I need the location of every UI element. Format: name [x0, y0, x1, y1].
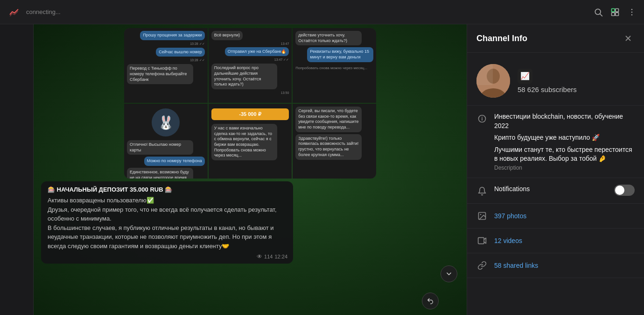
cs-bubble: Прошу прощения за задержки [140, 31, 204, 40]
chat-screenshot-2: Всё вернули) 13:47 Отправил уже на Сберб… [209, 28, 292, 103]
photos-icon [476, 210, 488, 222]
chat-screenshot-6: Сергей, вы писали, что будете без связи … [293, 104, 376, 179]
cs-bubble: Единственное, возможно буду не на связи … [127, 168, 193, 179]
channel-info-top: 📈 58 626 subscribers [467, 53, 644, 106]
cs-time: 13:28 ✓✓ [190, 58, 204, 62]
message-time: 12:24 [274, 254, 287, 259]
view-count: 114 [264, 254, 273, 259]
menu-icon[interactable] [627, 7, 637, 17]
description-line2: Лучшими станут те, кто быстрее перестоит… [494, 145, 635, 164]
cs-time: 13:47 [281, 42, 289, 45]
cs-time: 13:28 ✓✓ [190, 42, 204, 46]
links-icon [476, 260, 488, 271]
description-row: Инвестиции blockchain, новости, обучение… [467, 106, 644, 178]
right-panel: Channel Info [467, 24, 644, 315]
svg-point-19 [480, 214, 482, 215]
topbar-actions [594, 7, 637, 17]
notifications-label: Notifications [494, 185, 608, 194]
cs-bubble: Сергей, вы писали, что будете без связи … [295, 107, 362, 132]
search-icon[interactable] [594, 7, 603, 17]
chat-messages: Прошу прощения за задержки 13:28 ✓✓ Сейч… [34, 24, 467, 315]
chat-screenshot-4: 🐰 Отлично! Высылаю номер карты Можно по … [124, 104, 208, 179]
cs-bubble: Всё вернули) [211, 31, 243, 40]
svg-point-7 [631, 11, 633, 13]
layout-icon[interactable] [610, 7, 620, 17]
shared-links-row[interactable]: 58 shared links [467, 253, 644, 278]
message-header: 🎰 НАЧАЛЬНЫЙ ДЕПОЗИТ 35.000 RUB 🎰 [48, 186, 287, 193]
notifications-label-container: Notifications [494, 185, 608, 194]
cs-time: 13:50 [281, 91, 289, 94]
videos-icon [476, 235, 488, 246]
shared-links-label: 58 shared links [494, 262, 538, 269]
svg-rect-4 [612, 12, 615, 15]
svg-rect-14 [476, 64, 493, 85]
cs-bubble: У нас с вами изначально сделка как-то не… [211, 124, 278, 160]
svg-rect-20 [478, 237, 484, 243]
cs-bubble: Последний вопрос про дальнейшие действия… [211, 64, 278, 89]
notifications-row: Notifications [467, 178, 644, 204]
subscriber-count: 58 626 subscribers [518, 86, 577, 93]
svg-point-6 [631, 8, 633, 10]
screenshot-cell-6[interactable]: Сергей, вы писали, что будете без связи … [293, 104, 376, 179]
chat-screenshot-1: Прошу прощения за задержки 13:28 ✓✓ Сейч… [124, 28, 208, 103]
connection-status: connecting... [26, 8, 594, 15]
screenshot-cell-3[interactable]: действие уточнить хочу. Остаётся только … [293, 28, 376, 103]
svg-point-8 [631, 14, 633, 15]
cs-bubble: Отлично! Высылаю номер карты [127, 140, 193, 155]
screenshot-cell-5[interactable]: -35 000 ₽ У нас с вами изначально сделка… [209, 104, 292, 179]
message-text-block: 🎰 НАЧАЛЬНЫЙ ДЕПОЗИТ 35.000 RUB 🎰 Активы … [41, 181, 293, 264]
close-panel-button[interactable] [622, 32, 635, 45]
channel-avatar [476, 64, 510, 98]
channel-meta: 📈 58 626 subscribers [518, 69, 577, 93]
notifications-toggle[interactable] [614, 185, 635, 196]
description-content: Инвестиции blockchain, новости, обучение… [494, 112, 635, 171]
description-line1: Крипто будущее уже наступило 🚀 [494, 133, 635, 143]
videos-row[interactable]: 12 videos [467, 229, 644, 253]
main-layout: Прошу прощения за задержки 13:28 ✓✓ Сейч… [0, 24, 644, 315]
cs-bubble: Здравствуйте!) только появилась возможно… [295, 134, 362, 160]
chat-area: Прошу прощения за задержки 13:28 ✓✓ Сейч… [34, 24, 467, 315]
screenshot-cell-4[interactable]: 🐰 Отлично! Высылаю номер карты Можно по … [124, 104, 208, 179]
cs-bubble: действие уточнить хочу. Остаётся только … [295, 31, 362, 45]
message-image-grid[interactable]: Прошу прощения за задержки 13:28 ✓✓ Сейч… [124, 28, 376, 179]
info-icon [476, 113, 488, 124]
notifications-toggle-container [614, 185, 635, 196]
message-footer: 👁 114 12:24 [257, 253, 287, 260]
cs-bubble: Сейчас вышлю номер [156, 48, 204, 57]
panel-title: Channel Info [476, 34, 527, 43]
message-body: Активы возвращены пользователю✅ Друзья, … [48, 196, 287, 251]
top-bar: connecting... [0, 0, 644, 24]
cs-bubble: Можно по номеру телефона [144, 157, 205, 166]
svg-rect-3 [616, 8, 619, 12]
toggle-knob [615, 186, 624, 195]
photos-label: 397 photos [494, 212, 526, 220]
channel-badge: 📈 [518, 69, 532, 84]
cs-bubble: Реквизиты вижу, буквально 15 минут и вер… [307, 47, 373, 62]
forward-button[interactable] [422, 293, 439, 309]
svg-rect-5 [616, 12, 619, 15]
description-label: Description [494, 165, 635, 171]
screenshot-cell-1[interactable]: Прошу прощения за задержки 13:28 ✓✓ Сейч… [124, 28, 208, 103]
avatar-image [476, 64, 510, 98]
videos-label: 12 videos [494, 237, 522, 244]
app-logo [7, 6, 21, 19]
svg-point-17 [482, 117, 483, 118]
chat-screenshot-5: -35 000 ₽ У нас с вами изначально сделка… [209, 104, 292, 179]
channel-badge-icon: 📈 [520, 72, 530, 80]
chat-screenshot-3: действие уточнить хочу. Остаётся только … [293, 28, 376, 103]
bell-icon [476, 186, 488, 197]
cs-bubble: Отправил уже на Сбербанк🔥 [225, 47, 289, 57]
cs-bubble: Перевод с Тинькофф по номеру телефона вы… [127, 64, 193, 84]
photos-row[interactable]: 397 photos [467, 204, 644, 229]
views-icon: 👁 [257, 253, 262, 260]
cs-time: 13:47 ✓✓ [274, 58, 289, 62]
screenshot-cell-2[interactable]: Всё вернули) 13:47 Отправил уже на Сберб… [209, 28, 292, 103]
description-title: Инвестиции blockchain, новости, обучение… [494, 112, 635, 130]
panel-header: Channel Info [467, 24, 644, 53]
svg-line-1 [600, 14, 602, 16]
svg-rect-2 [612, 8, 615, 12]
sidebar [0, 24, 34, 315]
scroll-down-button[interactable] [441, 265, 457, 282]
